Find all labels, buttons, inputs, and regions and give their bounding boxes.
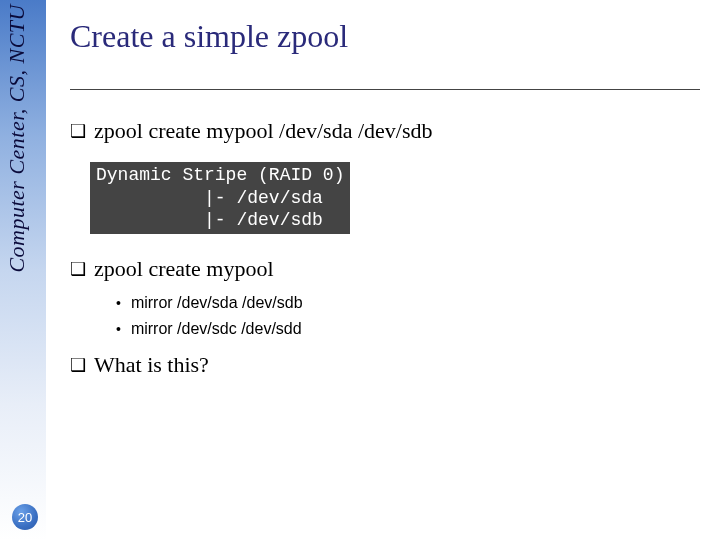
sub-bullet-item: • mirror /dev/sda /dev/sdb bbox=[116, 294, 700, 312]
sub-bullet-text: mirror /dev/sda /dev/sdb bbox=[131, 294, 303, 312]
sidebar-org-text: Computer Center, CS, NCTU bbox=[4, 4, 42, 273]
bullet-item: ❑ What is this? bbox=[70, 352, 700, 378]
bullet-text: What is this? bbox=[94, 352, 209, 378]
bullet-text: zpool create mypool bbox=[94, 256, 274, 282]
bullet-item: ❑ zpool create mypool /dev/sda /dev/sdb bbox=[70, 118, 700, 144]
bullet-text: zpool create mypool /dev/sda /dev/sdb bbox=[94, 118, 432, 144]
square-bullet-icon: ❑ bbox=[70, 260, 86, 278]
slide-title: Create a simple zpool bbox=[70, 18, 700, 55]
slide-content: Create a simple zpool ❑ zpool create myp… bbox=[70, 18, 700, 396]
bullet-item: ❑ zpool create mypool bbox=[70, 256, 700, 282]
dot-bullet-icon: • bbox=[116, 321, 121, 337]
square-bullet-icon: ❑ bbox=[70, 122, 86, 140]
sub-bullet-list: • mirror /dev/sda /dev/sdb • mirror /dev… bbox=[116, 294, 700, 338]
title-rule bbox=[70, 89, 700, 90]
sidebar-gradient: Computer Center, CS, NCTU bbox=[0, 0, 46, 540]
dot-bullet-icon: • bbox=[116, 295, 121, 311]
sub-bullet-text: mirror /dev/sdc /dev/sdd bbox=[131, 320, 302, 338]
page-number-badge: 20 bbox=[12, 504, 38, 530]
sub-bullet-item: • mirror /dev/sdc /dev/sdd bbox=[116, 320, 700, 338]
square-bullet-icon: ❑ bbox=[70, 356, 86, 374]
code-block: Dynamic Stripe (RAID 0) |- /dev/sda |- /… bbox=[90, 162, 350, 234]
